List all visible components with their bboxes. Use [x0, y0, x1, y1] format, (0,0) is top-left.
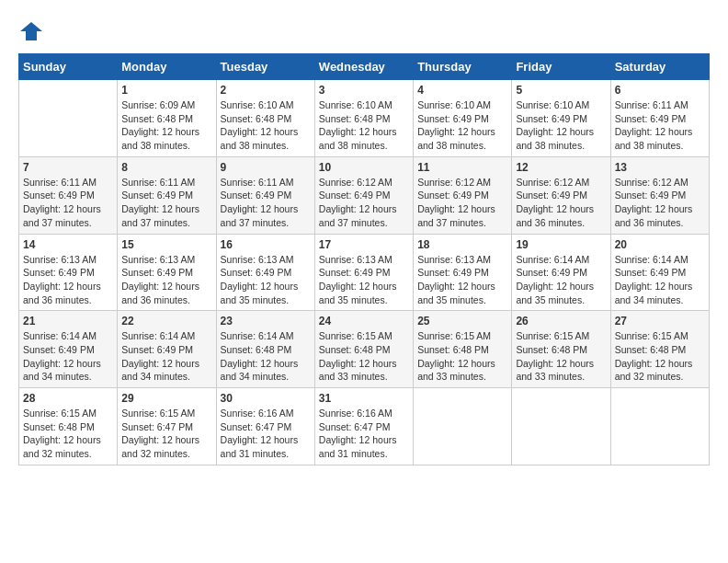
calendar-cell: 21Sunrise: 6:14 AM Sunset: 6:49 PM Dayli…	[19, 311, 118, 388]
day-info: Sunrise: 6:12 AM Sunset: 6:49 PM Dayligh…	[319, 176, 409, 230]
day-number: 10	[319, 161, 409, 174]
day-info: Sunrise: 6:11 AM Sunset: 6:49 PM Dayligh…	[221, 176, 311, 230]
day-number: 15	[121, 238, 211, 251]
day-number: 18	[417, 238, 507, 251]
calendar-cell: 22Sunrise: 6:14 AM Sunset: 6:49 PM Dayli…	[118, 311, 216, 388]
day-number: 11	[417, 161, 507, 174]
day-number: 16	[221, 238, 311, 251]
day-info: Sunrise: 6:11 AM Sunset: 6:49 PM Dayligh…	[615, 98, 705, 153]
logo	[18, 18, 48, 44]
calendar-cell: 8Sunrise: 6:11 AM Sunset: 6:49 PM Daylig…	[118, 156, 216, 234]
calendar-cell: 9Sunrise: 6:11 AM Sunset: 6:49 PM Daylig…	[216, 156, 314, 234]
calendar-cell: 29Sunrise: 6:15 AM Sunset: 6:47 PM Dayli…	[118, 388, 216, 465]
day-number: 24	[319, 315, 409, 327]
header-day-saturday: Saturday	[610, 54, 709, 80]
day-info: Sunrise: 6:12 AM Sunset: 6:49 PM Dayligh…	[615, 176, 705, 230]
calendar-cell: 28Sunrise: 6:15 AM Sunset: 6:48 PM Dayli…	[19, 388, 118, 465]
calendar-cell: 24Sunrise: 6:15 AM Sunset: 6:48 PM Dayli…	[314, 311, 413, 388]
day-info: Sunrise: 6:12 AM Sunset: 6:49 PM Dayligh…	[516, 176, 606, 230]
page-header	[18, 18, 710, 44]
day-info: Sunrise: 6:10 AM Sunset: 6:49 PM Dayligh…	[516, 98, 606, 153]
calendar-week-row: 14Sunrise: 6:13 AM Sunset: 6:49 PM Dayli…	[19, 234, 710, 311]
calendar-cell: 19Sunrise: 6:14 AM Sunset: 6:49 PM Dayli…	[512, 234, 610, 311]
calendar-cell: 25Sunrise: 6:15 AM Sunset: 6:48 PM Dayli…	[414, 311, 512, 388]
day-number: 21	[23, 315, 113, 327]
day-number: 28	[23, 392, 113, 405]
header-day-sunday: Sunday	[19, 54, 118, 80]
day-info: Sunrise: 6:14 AM Sunset: 6:49 PM Dayligh…	[615, 253, 705, 307]
day-number: 22	[121, 315, 211, 327]
calendar-header-row: SundayMondayTuesdayWednesdayThursdayFrid…	[19, 54, 710, 80]
calendar-week-row: 1Sunrise: 6:09 AM Sunset: 6:48 PM Daylig…	[19, 80, 710, 157]
calendar-cell: 15Sunrise: 6:13 AM Sunset: 6:49 PM Dayli…	[118, 234, 216, 311]
calendar-cell: 3Sunrise: 6:10 AM Sunset: 6:48 PM Daylig…	[314, 80, 413, 157]
day-number: 3	[319, 84, 409, 97]
calendar-cell: 1Sunrise: 6:09 AM Sunset: 6:48 PM Daylig…	[118, 80, 216, 157]
day-info: Sunrise: 6:14 AM Sunset: 6:49 PM Dayligh…	[516, 253, 606, 307]
day-number: 31	[319, 392, 409, 405]
day-info: Sunrise: 6:10 AM Sunset: 6:48 PM Dayligh…	[319, 98, 409, 153]
calendar-cell: 7Sunrise: 6:11 AM Sunset: 6:49 PM Daylig…	[19, 156, 118, 234]
calendar-cell: 13Sunrise: 6:12 AM Sunset: 6:49 PM Dayli…	[610, 156, 709, 234]
day-number: 29	[121, 392, 211, 405]
day-number: 2	[221, 84, 311, 97]
day-number: 19	[516, 238, 606, 251]
day-number: 13	[615, 161, 705, 174]
header-day-monday: Monday	[118, 54, 216, 80]
calendar-cell: 5Sunrise: 6:10 AM Sunset: 6:49 PM Daylig…	[512, 80, 610, 157]
day-number: 14	[23, 238, 113, 251]
day-info: Sunrise: 6:09 AM Sunset: 6:48 PM Dayligh…	[121, 98, 211, 153]
day-info: Sunrise: 6:11 AM Sunset: 6:49 PM Dayligh…	[121, 176, 211, 230]
calendar-cell: 10Sunrise: 6:12 AM Sunset: 6:49 PM Dayli…	[314, 156, 413, 234]
day-info: Sunrise: 6:13 AM Sunset: 6:49 PM Dayligh…	[121, 253, 211, 307]
calendar-cell	[610, 388, 709, 465]
day-number: 5	[516, 84, 606, 97]
day-info: Sunrise: 6:16 AM Sunset: 6:47 PM Dayligh…	[221, 407, 311, 461]
header-day-thursday: Thursday	[414, 54, 512, 80]
header-day-tuesday: Tuesday	[216, 54, 314, 80]
calendar-cell: 6Sunrise: 6:11 AM Sunset: 6:49 PM Daylig…	[610, 80, 709, 157]
calendar-cell: 17Sunrise: 6:13 AM Sunset: 6:49 PM Dayli…	[314, 234, 413, 311]
calendar-cell	[19, 80, 118, 157]
calendar-cell: 20Sunrise: 6:14 AM Sunset: 6:49 PM Dayli…	[610, 234, 709, 311]
calendar-cell: 2Sunrise: 6:10 AM Sunset: 6:48 PM Daylig…	[216, 80, 314, 157]
day-number: 8	[121, 161, 211, 174]
day-number: 20	[615, 238, 705, 251]
day-number: 25	[417, 315, 507, 327]
calendar-table: SundayMondayTuesdayWednesdayThursdayFrid…	[18, 53, 710, 465]
day-info: Sunrise: 6:10 AM Sunset: 6:48 PM Dayligh…	[221, 98, 311, 153]
svg-marker-0	[20, 22, 42, 40]
calendar-cell: 31Sunrise: 6:16 AM Sunset: 6:47 PM Dayli…	[314, 388, 413, 465]
day-info: Sunrise: 6:13 AM Sunset: 6:49 PM Dayligh…	[319, 253, 409, 307]
logo-icon	[18, 18, 44, 44]
calendar-cell: 16Sunrise: 6:13 AM Sunset: 6:49 PM Dayli…	[216, 234, 314, 311]
day-number: 6	[615, 84, 705, 97]
day-number: 30	[221, 392, 311, 405]
day-info: Sunrise: 6:13 AM Sunset: 6:49 PM Dayligh…	[221, 253, 311, 307]
day-info: Sunrise: 6:13 AM Sunset: 6:49 PM Dayligh…	[23, 253, 113, 307]
calendar-cell: 26Sunrise: 6:15 AM Sunset: 6:48 PM Dayli…	[512, 311, 610, 388]
day-number: 1	[121, 84, 211, 97]
header-day-wednesday: Wednesday	[314, 54, 413, 80]
calendar-cell: 23Sunrise: 6:14 AM Sunset: 6:48 PM Dayli…	[216, 311, 314, 388]
day-info: Sunrise: 6:10 AM Sunset: 6:49 PM Dayligh…	[417, 98, 507, 153]
day-info: Sunrise: 6:13 AM Sunset: 6:49 PM Dayligh…	[417, 253, 507, 307]
day-info: Sunrise: 6:15 AM Sunset: 6:48 PM Dayligh…	[319, 329, 409, 384]
day-number: 4	[417, 84, 507, 97]
calendar-cell: 12Sunrise: 6:12 AM Sunset: 6:49 PM Dayli…	[512, 156, 610, 234]
day-info: Sunrise: 6:11 AM Sunset: 6:49 PM Dayligh…	[23, 176, 113, 230]
day-number: 27	[615, 315, 705, 327]
calendar-cell: 30Sunrise: 6:16 AM Sunset: 6:47 PM Dayli…	[216, 388, 314, 465]
calendar-cell: 27Sunrise: 6:15 AM Sunset: 6:48 PM Dayli…	[610, 311, 709, 388]
day-info: Sunrise: 6:14 AM Sunset: 6:49 PM Dayligh…	[121, 329, 211, 384]
calendar-cell	[414, 388, 512, 465]
day-number: 12	[516, 161, 606, 174]
day-info: Sunrise: 6:16 AM Sunset: 6:47 PM Dayligh…	[319, 407, 409, 461]
day-info: Sunrise: 6:15 AM Sunset: 6:48 PM Dayligh…	[23, 407, 113, 461]
calendar-cell: 14Sunrise: 6:13 AM Sunset: 6:49 PM Dayli…	[19, 234, 118, 311]
day-number: 7	[23, 161, 113, 174]
calendar-cell	[512, 388, 610, 465]
day-number: 23	[221, 315, 311, 327]
calendar-cell: 4Sunrise: 6:10 AM Sunset: 6:49 PM Daylig…	[414, 80, 512, 157]
day-number: 17	[319, 238, 409, 251]
